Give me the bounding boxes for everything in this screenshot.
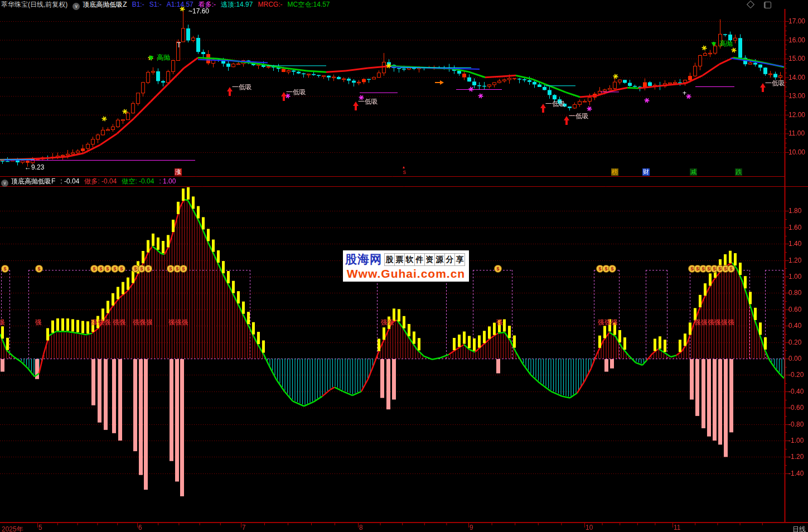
event-marker[interactable]: 涨 bbox=[175, 168, 182, 176]
indicator-axis-label: 0.60 bbox=[788, 306, 808, 313]
indicator-axis-label: 1.80 bbox=[788, 207, 808, 215]
indicator-axis-label: 0.20 bbox=[788, 338, 808, 346]
watermark-url: Www.Guhai.com.cn bbox=[345, 267, 467, 280]
sell-high-label: 高抛 bbox=[719, 39, 733, 49]
strong-label: 强 bbox=[714, 318, 720, 327]
buy-dip-label: 一低吸 bbox=[569, 112, 589, 121]
event-marker[interactable]: 跌 bbox=[735, 168, 742, 176]
strong-label: 强 bbox=[496, 318, 502, 327]
indicator-axis-label: 0.40 bbox=[788, 322, 808, 330]
watermark-char: 源 bbox=[434, 253, 445, 266]
buy-dip-label: 一低吸 bbox=[286, 88, 306, 97]
buy-dip-label: 一低吸 bbox=[232, 83, 252, 92]
indicator-axis-label: -1.40 bbox=[788, 470, 808, 477]
price-axis-label: 16.00 bbox=[788, 36, 808, 44]
indicator-axis-label: -1.20 bbox=[788, 453, 808, 461]
strong-label: 强 bbox=[694, 318, 700, 327]
watermark-char: 股 bbox=[384, 253, 395, 266]
price-axis-label: 15.00 bbox=[788, 55, 808, 62]
price-axis-label: 12.00 bbox=[788, 111, 808, 119]
strong-label: 强 bbox=[104, 318, 110, 327]
strong-label: 强 bbox=[381, 318, 387, 327]
price-axis-label: 11.00 bbox=[788, 129, 808, 137]
event-marker[interactable]: s▴ bbox=[401, 168, 408, 176]
price-axis-label: 17.00 bbox=[788, 17, 808, 25]
event-marker[interactable]: 减 bbox=[690, 168, 697, 176]
price-axis-label: 14.00 bbox=[788, 74, 808, 81]
indicator-axis-label: 1.40 bbox=[788, 240, 808, 248]
watermark-char: 分 bbox=[444, 253, 455, 266]
strong-label: 强 bbox=[604, 318, 611, 327]
indicator-axis-label: -1.00 bbox=[788, 437, 808, 444]
watermark-brand: 股海网 bbox=[345, 252, 382, 267]
strong-label: 强 bbox=[0, 318, 4, 327]
indicator-axis-label: 1.00 bbox=[788, 273, 808, 280]
price-callout: ←9.23 bbox=[25, 163, 44, 171]
indicator-short-value: 做空: -0.04 bbox=[122, 177, 154, 185]
strong-label: 强 bbox=[182, 318, 188, 327]
strong-label: 强 bbox=[133, 318, 139, 327]
indicator-long-value: 做多: -0.04 bbox=[84, 177, 117, 185]
watermark-char: 件 bbox=[414, 253, 425, 266]
strong-label: 强 bbox=[139, 318, 146, 327]
indicator-axis-label: -0.20 bbox=[788, 371, 808, 379]
price-callout: ~17.60 bbox=[188, 7, 209, 15]
watermark-char: 软 bbox=[404, 253, 415, 266]
event-marker[interactable]: 榜 bbox=[611, 168, 618, 176]
strong-label: 强 bbox=[35, 318, 41, 327]
indicator-name[interactable]: 顶底高抛低吸F bbox=[11, 177, 55, 185]
strong-label: 强 bbox=[708, 318, 714, 327]
indicator-axis-label: 0.00 bbox=[788, 355, 808, 362]
strong-label: 强 bbox=[91, 318, 97, 327]
strong-label: 强 bbox=[728, 318, 734, 327]
price-axis-label: 13.00 bbox=[788, 92, 808, 100]
buy-dip-label: 一低吸 bbox=[765, 79, 785, 88]
period-label[interactable]: 日线 bbox=[792, 525, 806, 532]
strong-label: 强 bbox=[119, 318, 125, 327]
strong-label: 强 bbox=[701, 318, 707, 327]
buy-dip-label: 一低吸 bbox=[545, 99, 565, 109]
strong-label: 强 bbox=[98, 318, 104, 327]
buy-dip-label: 一低吸 bbox=[358, 97, 378, 107]
indicator-axis-label: 0.80 bbox=[788, 289, 808, 297]
trading-app-window: { "window": { "title": "萃华珠宝(日线,前复权)", "… bbox=[0, 0, 808, 532]
watermark-char: 票 bbox=[394, 253, 405, 266]
watermark-char: 享 bbox=[454, 253, 465, 266]
chevron-down-icon[interactable]: ∨ bbox=[1, 180, 8, 187]
sell-high-label: 高抛 bbox=[157, 53, 170, 62]
indicator-panel-header: ∨顶底高抛低吸F: -0.04做多: -0.04做空: -0.04: 1.00 bbox=[0, 177, 808, 187]
indicator-value: : -0.04 bbox=[60, 177, 79, 185]
indicator-axis-label: 1.20 bbox=[788, 257, 808, 264]
event-marker[interactable]: 财 bbox=[642, 168, 650, 176]
strong-label: 强 bbox=[146, 318, 152, 327]
year-label: 2025年 bbox=[2, 525, 23, 532]
indicator-axis-label: -0.80 bbox=[788, 420, 808, 428]
watermark: 股海网 股票软件资源分享 Www.Guhai.com.cn bbox=[343, 250, 469, 282]
indicator-axis-label: -0.60 bbox=[788, 404, 808, 412]
watermark-slogan: 股票软件资源分享 bbox=[385, 253, 465, 266]
time-axis[interactable]: 2025年 日线 bbox=[0, 522, 808, 532]
strong-label: 强 bbox=[721, 318, 727, 327]
strong-label: 强 bbox=[598, 318, 604, 327]
strong-label: 强 bbox=[168, 318, 175, 327]
price-axis-label: 10.00 bbox=[788, 148, 808, 156]
strong-label: 强 bbox=[113, 318, 119, 327]
indicator-axis-label: -0.40 bbox=[788, 388, 808, 395]
indicator-ratio-value: : 1.00 bbox=[159, 177, 176, 185]
strong-label: 强 bbox=[388, 318, 394, 327]
strong-label: 强 bbox=[175, 318, 181, 327]
strong-label: 强 bbox=[611, 318, 617, 327]
indicator-axis-label: 1.60 bbox=[788, 224, 808, 231]
watermark-char: 资 bbox=[424, 253, 435, 266]
